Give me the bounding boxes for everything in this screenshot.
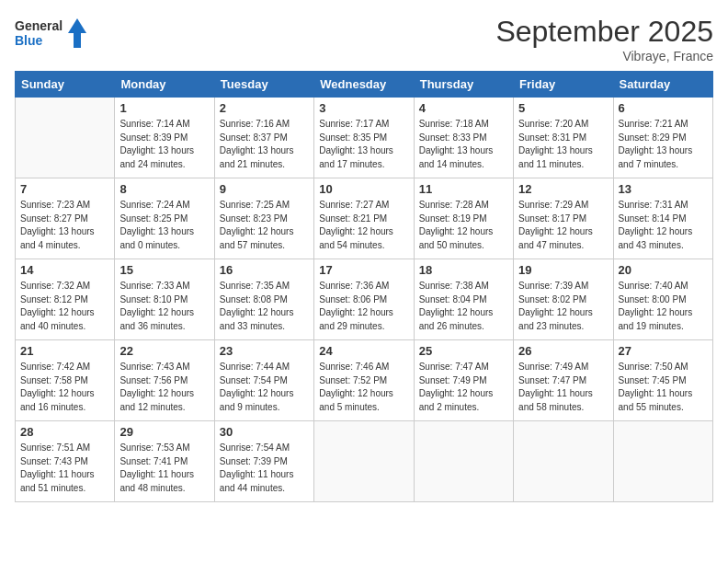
calendar-cell: 1Sunrise: 7:14 AM Sunset: 8:39 PM Daylig… xyxy=(115,98,214,178)
day-info: Sunrise: 7:24 AM Sunset: 8:25 PM Dayligh… xyxy=(119,199,209,252)
day-info: Sunrise: 7:51 AM Sunset: 7:43 PM Dayligh… xyxy=(20,442,109,495)
calendar-cell: 30Sunrise: 7:54 AM Sunset: 7:39 PM Dayli… xyxy=(214,421,313,502)
day-number: 18 xyxy=(419,263,508,277)
day-info: Sunrise: 7:25 AM Sunset: 8:23 PM Dayligh… xyxy=(220,199,309,252)
day-info: Sunrise: 7:38 AM Sunset: 8:04 PM Dayligh… xyxy=(419,280,508,333)
day-number: 1 xyxy=(119,101,209,115)
calendar-cell: 19Sunrise: 7:39 AM Sunset: 8:02 PM Dayli… xyxy=(514,259,613,340)
day-number: 20 xyxy=(619,263,708,277)
day-info: Sunrise: 7:44 AM Sunset: 7:54 PM Dayligh… xyxy=(220,361,309,414)
day-number: 2 xyxy=(220,101,309,115)
day-info: Sunrise: 7:46 AM Sunset: 7:52 PM Dayligh… xyxy=(319,361,408,414)
svg-text:General: General xyxy=(15,18,63,33)
day-number: 25 xyxy=(419,344,508,358)
day-info: Sunrise: 7:47 AM Sunset: 7:49 PM Dayligh… xyxy=(419,361,508,414)
calendar-cell: 26Sunrise: 7:49 AM Sunset: 7:47 PM Dayli… xyxy=(514,340,613,421)
day-number: 26 xyxy=(518,344,608,358)
calendar-cell: 23Sunrise: 7:44 AM Sunset: 7:54 PM Dayli… xyxy=(214,340,313,421)
calendar-cell: 29Sunrise: 7:53 AM Sunset: 7:41 PM Dayli… xyxy=(115,421,214,502)
day-info: Sunrise: 7:50 AM Sunset: 7:45 PM Dayligh… xyxy=(619,361,708,414)
day-info: Sunrise: 7:39 AM Sunset: 8:02 PM Dayligh… xyxy=(518,280,608,333)
day-number: 17 xyxy=(319,263,408,277)
day-info: Sunrise: 7:29 AM Sunset: 8:17 PM Dayligh… xyxy=(518,199,608,252)
calendar-cell: 4Sunrise: 7:18 AM Sunset: 8:33 PM Daylig… xyxy=(414,98,513,178)
week-row-1: 7Sunrise: 7:23 AM Sunset: 8:27 PM Daylig… xyxy=(16,178,713,259)
day-info: Sunrise: 7:35 AM Sunset: 8:08 PM Dayligh… xyxy=(220,280,309,333)
header-day-saturday: Saturday xyxy=(613,72,712,98)
day-number: 19 xyxy=(518,263,608,277)
week-row-0: 1Sunrise: 7:14 AM Sunset: 8:39 PM Daylig… xyxy=(16,98,713,178)
day-number: 7 xyxy=(20,182,109,196)
calendar-cell: 3Sunrise: 7:17 AM Sunset: 8:35 PM Daylig… xyxy=(314,98,414,178)
day-number: 29 xyxy=(119,425,209,439)
day-number: 23 xyxy=(220,344,309,358)
logo: General Blue xyxy=(15,15,88,52)
calendar-cell: 20Sunrise: 7:40 AM Sunset: 8:00 PM Dayli… xyxy=(613,259,712,340)
calendar-cell xyxy=(414,421,513,502)
day-number: 27 xyxy=(619,344,708,358)
calendar-cell: 25Sunrise: 7:47 AM Sunset: 7:49 PM Dayli… xyxy=(414,340,513,421)
calendar-cell: 11Sunrise: 7:28 AM Sunset: 8:19 PM Dayli… xyxy=(414,178,513,259)
calendar-cell: 12Sunrise: 7:29 AM Sunset: 8:17 PM Dayli… xyxy=(514,178,613,259)
svg-marker-2 xyxy=(68,18,86,48)
day-info: Sunrise: 7:49 AM Sunset: 7:47 PM Dayligh… xyxy=(518,361,608,414)
day-info: Sunrise: 7:32 AM Sunset: 8:12 PM Dayligh… xyxy=(20,280,109,333)
calendar-cell: 18Sunrise: 7:38 AM Sunset: 8:04 PM Dayli… xyxy=(414,259,513,340)
day-number: 3 xyxy=(319,101,408,115)
header-day-tuesday: Tuesday xyxy=(214,72,313,98)
calendar-cell xyxy=(314,421,414,502)
day-number: 13 xyxy=(619,182,708,196)
day-number: 6 xyxy=(619,101,708,115)
day-info: Sunrise: 7:43 AM Sunset: 7:56 PM Dayligh… xyxy=(119,361,209,414)
day-info: Sunrise: 7:54 AM Sunset: 7:39 PM Dayligh… xyxy=(220,442,309,495)
calendar-cell: 7Sunrise: 7:23 AM Sunset: 8:27 PM Daylig… xyxy=(16,178,115,259)
week-row-2: 14Sunrise: 7:32 AM Sunset: 8:12 PM Dayli… xyxy=(16,259,713,340)
week-row-4: 28Sunrise: 7:51 AM Sunset: 7:43 PM Dayli… xyxy=(16,421,713,502)
calendar-cell: 22Sunrise: 7:43 AM Sunset: 7:56 PM Dayli… xyxy=(115,340,214,421)
day-info: Sunrise: 7:21 AM Sunset: 8:29 PM Dayligh… xyxy=(619,118,708,171)
calendar-table: SundayMondayTuesdayWednesdayThursdayFrid… xyxy=(15,71,713,502)
day-number: 4 xyxy=(419,101,508,115)
calendar-cell: 28Sunrise: 7:51 AM Sunset: 7:43 PM Dayli… xyxy=(16,421,115,502)
day-info: Sunrise: 7:17 AM Sunset: 8:35 PM Dayligh… xyxy=(319,118,408,171)
day-number: 22 xyxy=(119,344,209,358)
day-info: Sunrise: 7:33 AM Sunset: 8:10 PM Dayligh… xyxy=(119,280,209,333)
day-number: 21 xyxy=(20,344,109,358)
day-info: Sunrise: 7:40 AM Sunset: 8:00 PM Dayligh… xyxy=(619,280,708,333)
week-row-3: 21Sunrise: 7:42 AM Sunset: 7:58 PM Dayli… xyxy=(16,340,713,421)
logo-svg: General Blue xyxy=(15,15,88,52)
day-info: Sunrise: 7:20 AM Sunset: 8:31 PM Dayligh… xyxy=(518,118,608,171)
calendar-cell: 5Sunrise: 7:20 AM Sunset: 8:31 PM Daylig… xyxy=(514,98,613,178)
location: Vibraye, France xyxy=(495,49,713,63)
calendar-cell: 21Sunrise: 7:42 AM Sunset: 7:58 PM Dayli… xyxy=(16,340,115,421)
day-number: 9 xyxy=(220,182,309,196)
header-row: SundayMondayTuesdayWednesdayThursdayFrid… xyxy=(16,72,713,98)
calendar-cell: 2Sunrise: 7:16 AM Sunset: 8:37 PM Daylig… xyxy=(214,98,313,178)
title-block: September 2025 Vibraye, France xyxy=(495,15,713,63)
header-day-friday: Friday xyxy=(514,72,613,98)
calendar-cell: 16Sunrise: 7:35 AM Sunset: 8:08 PM Dayli… xyxy=(214,259,313,340)
header-day-wednesday: Wednesday xyxy=(314,72,414,98)
calendar-cell: 9Sunrise: 7:25 AM Sunset: 8:23 PM Daylig… xyxy=(214,178,313,259)
day-info: Sunrise: 7:16 AM Sunset: 8:37 PM Dayligh… xyxy=(220,118,309,171)
calendar-cell: 10Sunrise: 7:27 AM Sunset: 8:21 PM Dayli… xyxy=(314,178,414,259)
day-number: 11 xyxy=(419,182,508,196)
calendar-cell: 14Sunrise: 7:32 AM Sunset: 8:12 PM Dayli… xyxy=(16,259,115,340)
day-info: Sunrise: 7:23 AM Sunset: 8:27 PM Dayligh… xyxy=(20,199,109,252)
header-day-sunday: Sunday xyxy=(16,72,115,98)
day-info: Sunrise: 7:36 AM Sunset: 8:06 PM Dayligh… xyxy=(319,280,408,333)
day-number: 15 xyxy=(119,263,209,277)
header-day-thursday: Thursday xyxy=(414,72,513,98)
svg-text:Blue: Blue xyxy=(15,33,43,48)
day-info: Sunrise: 7:31 AM Sunset: 8:14 PM Dayligh… xyxy=(619,199,708,252)
month-title: September 2025 xyxy=(495,15,713,49)
calendar-cell xyxy=(514,421,613,502)
day-info: Sunrise: 7:14 AM Sunset: 8:39 PM Dayligh… xyxy=(119,118,209,171)
calendar-cell: 17Sunrise: 7:36 AM Sunset: 8:06 PM Dayli… xyxy=(314,259,414,340)
calendar-cell: 27Sunrise: 7:50 AM Sunset: 7:45 PM Dayli… xyxy=(613,340,712,421)
day-number: 5 xyxy=(518,101,608,115)
day-number: 12 xyxy=(518,182,608,196)
calendar-cell: 6Sunrise: 7:21 AM Sunset: 8:29 PM Daylig… xyxy=(613,98,712,178)
day-number: 28 xyxy=(20,425,109,439)
day-info: Sunrise: 7:27 AM Sunset: 8:21 PM Dayligh… xyxy=(319,199,408,252)
